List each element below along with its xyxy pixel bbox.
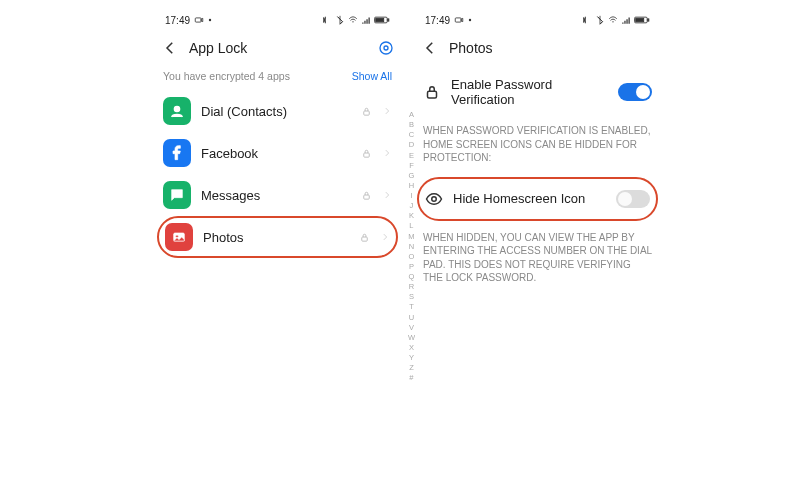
- svg-point-1: [209, 19, 211, 21]
- alpha-letter[interactable]: #: [408, 373, 415, 383]
- alpha-letter[interactable]: P: [408, 262, 415, 272]
- app-row-messages[interactable]: Messages: [157, 174, 398, 216]
- svg-point-6: [380, 42, 392, 54]
- svg-rect-17: [648, 19, 649, 21]
- alpha-letter[interactable]: L: [408, 221, 415, 231]
- encrypted-count-text: You have encrypted 4 apps: [163, 70, 290, 82]
- lock-icon: [423, 83, 441, 101]
- app-label: Messages: [201, 188, 351, 203]
- svg-rect-9: [364, 153, 370, 157]
- dial-app-icon: [163, 97, 191, 125]
- screen-photos-settings: 17:49 Photos Enable Password Verificatio…: [415, 10, 660, 490]
- svg-rect-8: [364, 111, 370, 115]
- lock-icon: [359, 232, 370, 243]
- bluetooth-icon: [335, 15, 345, 25]
- enable-password-verification-row[interactable]: Enable Password Verification: [417, 70, 658, 114]
- svg-rect-14: [455, 18, 461, 22]
- hide-icon-label: Hide Homescreen Icon: [453, 191, 606, 206]
- photos-header: Photos: [415, 30, 660, 66]
- status-bar: 17:49: [415, 10, 660, 30]
- alpha-letter[interactable]: R: [408, 282, 415, 292]
- svg-point-20: [432, 196, 437, 201]
- chevron-right-icon: [382, 106, 392, 116]
- svg-rect-18: [636, 18, 644, 21]
- back-icon[interactable]: [161, 39, 179, 57]
- alpha-letter[interactable]: T: [408, 302, 415, 312]
- camera-indicator-icon: [194, 15, 204, 25]
- svg-rect-3: [388, 19, 389, 21]
- alpha-letter[interactable]: W: [408, 333, 415, 343]
- svg-rect-19: [428, 91, 437, 98]
- nfc-icon: [322, 15, 332, 25]
- screen-app-lock: 17:49 App Lock You have encrypted 4 apps…: [155, 10, 400, 490]
- alpha-letter[interactable]: C: [408, 130, 415, 140]
- app-label: Dial (Contacts): [201, 104, 351, 119]
- lock-icon: [361, 148, 372, 159]
- messages-app-icon: [163, 181, 191, 209]
- lock-icon: [361, 106, 372, 117]
- alpha-letter[interactable]: Y: [408, 353, 415, 363]
- alpha-letter[interactable]: E: [408, 151, 415, 161]
- chevron-right-icon: [382, 190, 392, 200]
- app-label: Photos: [203, 230, 349, 245]
- alpha-letter[interactable]: B: [408, 120, 415, 130]
- app-row-photos[interactable]: Photos: [157, 216, 398, 258]
- alpha-letter[interactable]: V: [408, 323, 415, 333]
- svg-rect-4: [376, 18, 384, 21]
- subheader: You have encrypted 4 apps Show All: [155, 66, 400, 90]
- svg-rect-10: [364, 195, 370, 199]
- app-lock-header: App Lock: [155, 30, 400, 66]
- svg-point-15: [469, 19, 471, 21]
- svg-point-7: [174, 106, 179, 111]
- alpha-letter[interactable]: N: [408, 242, 415, 252]
- battery-icon: [374, 15, 390, 25]
- svg-rect-13: [362, 237, 368, 241]
- svg-point-5: [384, 46, 388, 50]
- caption-2: WHEN HIDDEN, YOU CAN VIEW THE APP BY ENT…: [415, 225, 660, 293]
- alpha-letter[interactable]: Z: [408, 363, 415, 373]
- svg-rect-0: [195, 18, 201, 22]
- dot-icon: [468, 18, 472, 22]
- signal-icon: [361, 15, 371, 25]
- chevron-right-icon: [380, 232, 390, 242]
- chevron-right-icon: [382, 148, 392, 158]
- alpha-letter[interactable]: G: [408, 171, 415, 181]
- battery-icon: [634, 15, 650, 25]
- hide-homescreen-icon-row[interactable]: Hide Homescreen Icon: [417, 177, 658, 221]
- alpha-letter[interactable]: Q: [408, 272, 415, 282]
- alpha-letter[interactable]: H: [408, 181, 415, 191]
- eye-icon: [425, 190, 443, 208]
- camera-indicator-icon: [454, 15, 464, 25]
- hide-icon-toggle[interactable]: [616, 190, 650, 208]
- alpha-index[interactable]: ABCDEFGHIJKLMNOPQRSTUVWXYZ#: [408, 110, 415, 383]
- alpha-letter[interactable]: O: [408, 252, 415, 262]
- page-title: App Lock: [189, 40, 368, 56]
- alpha-letter[interactable]: D: [408, 140, 415, 150]
- lock-icon: [361, 190, 372, 201]
- gear-icon[interactable]: [378, 40, 394, 56]
- app-row-facebook[interactable]: Facebook: [157, 132, 398, 174]
- app-row-dial[interactable]: Dial (Contacts): [157, 90, 398, 132]
- alpha-letter[interactable]: F: [408, 161, 415, 171]
- alpha-letter[interactable]: A: [408, 110, 415, 120]
- wifi-icon: [608, 15, 618, 25]
- alpha-letter[interactable]: K: [408, 211, 415, 221]
- app-label: Facebook: [201, 146, 351, 161]
- page-title: Photos: [449, 40, 654, 56]
- alpha-letter[interactable]: X: [408, 343, 415, 353]
- status-bar: 17:49: [155, 10, 400, 30]
- status-time: 17:49: [425, 15, 450, 26]
- alpha-letter[interactable]: S: [408, 292, 415, 302]
- caption-1: WHEN PASSWORD VERIFICATION IS ENABLED, H…: [415, 118, 660, 173]
- show-all-link[interactable]: Show All: [352, 70, 392, 82]
- photos-app-icon: [165, 223, 193, 251]
- alpha-letter[interactable]: U: [408, 313, 415, 323]
- alpha-letter[interactable]: I: [408, 191, 415, 201]
- enable-pw-toggle[interactable]: [618, 83, 652, 101]
- back-icon[interactable]: [421, 39, 439, 57]
- bluetooth-icon: [595, 15, 605, 25]
- dot-icon: [208, 18, 212, 22]
- alpha-letter[interactable]: J: [408, 201, 415, 211]
- facebook-app-icon: [163, 139, 191, 167]
- alpha-letter[interactable]: M: [408, 232, 415, 242]
